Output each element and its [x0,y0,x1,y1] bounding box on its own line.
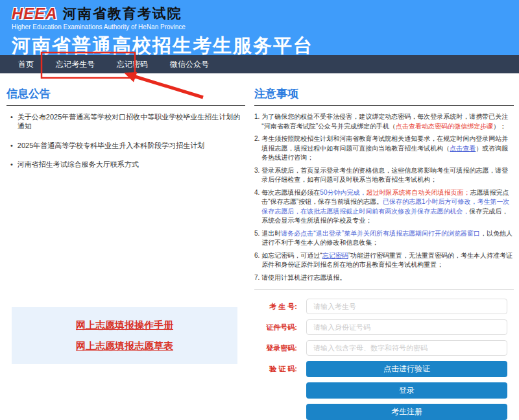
manual-link[interactable]: 网上志愿填报操作手册 [76,319,173,332]
student-id-label: 考 生 号: [254,302,297,312]
login-row: 登录 [254,382,514,399]
note-text-segment: 退出时 [261,230,281,237]
notices-list: •关于公布2025年普通高等学校对口招收中等职业学校毕业生招生计划的通知•202… [6,112,245,169]
password-row: 登录密码: [254,340,514,356]
note-text: 每次志愿填报必须在50分钟内完成，超过时限系统将自动关闭填报页面；志愿填报完点击… [261,188,514,226]
notes-panel: 注意事项 1.为了确保您的权益不受非法侵害，建议绑定动态密码，每次登录系统时，请… [254,86,514,420]
notice-link[interactable]: •2025年普通高等学校专科毕业生升入本科阶段学习招生计划 [6,141,245,150]
notes-list: 1.为了确保您的权益不受非法侵害，建议绑定动态密码，每次登录系统时，请携带已关注… [254,112,514,282]
draft-table-link[interactable]: 网上志愿填报志愿草表 [76,340,173,352]
note-text: 为了确保您的权益不受非法侵害，建议绑定动态密码，每次登录系统时，请携带已关注“河… [261,112,514,131]
note-number: 4. [254,188,260,226]
notice-text: 河南省招生考试综合服务大厅联系方式 [18,160,139,169]
note-text-segment: 如忘记密码，可通过“ [261,252,322,259]
bullet-icon: • [10,141,13,150]
inline-link[interactable]: 点击查看 [450,145,476,152]
note-number: 3. [254,166,260,185]
note-text-segment: 超过时限系统将自动关闭填报页面； [366,189,470,196]
captcha-row: 验 证 码: 点击进行验证 [254,361,514,377]
student-id-input[interactable] [306,299,507,314]
id-number-input[interactable] [306,319,507,335]
password-input[interactable] [306,340,507,356]
note-item-4: 4.每次志愿填报必须在50分钟内完成，超过时限系统将自动关闭填报页面；志愿填报完… [254,188,514,226]
notice-text: 2025年普通高等学校专科毕业生升入本科阶段学习招生计划 [18,141,204,150]
brand-row: HEEA 河南省教育考试院 [12,5,519,23]
heea-logo-icon: HEEA [12,5,58,23]
note-item-1: 1.为了确保您的权益不受非法侵害，建议绑定动态密码，每次登录系统时，请携带已关注… [254,112,514,131]
note-text: 退出时请务必点击“退出登录”菜单并关闭所有填报志愿期间打开的浏览器窗口，以免他人… [261,229,514,248]
note-number: 5. [254,229,260,248]
bullet-icon: • [10,112,13,131]
note-number: 7. [254,273,260,283]
org-name-en: Higher Education Examinations Authority … [12,23,519,31]
note-text: 请使用计算机进行志愿填报。 [261,273,514,283]
note-text: 登录系统后，首页显示登录考生的资格信息，这些信息将影响考生可填报的志愿，请登录后… [261,166,514,185]
header: HEEA 河南省教育考试院 Higher Education Examinati… [0,0,519,55]
note-item-2: 2.考生须按照院校招生计划和河南省教育考试院相关通知要求，在规定时间内登录网站并… [254,134,514,163]
note-number: 6. [254,251,260,270]
login-button[interactable]: 登录 [306,382,507,399]
nav-item-forgot-exam-id[interactable]: 忘记考生号 [56,59,95,70]
notices-panel: 信息公告 •关于公布2025年普通高等学校对口招收中等职业学校毕业生招生计划的通… [6,86,245,420]
note-text: 考生须按照院校招生计划和河南省教育考试院相关通知要求，在规定时间内登录网站并填报… [261,134,514,163]
note-text-segment: 请使用计算机进行志愿填报。 [261,274,346,281]
page: HEEA 河南省教育考试院 Higher Education Examinati… [0,0,519,420]
bullet-icon: • [10,160,13,169]
student-id-row: 考 生 号: [254,299,514,314]
note-text-segment: 每次志愿填报必须在 [261,189,320,196]
note-text-segment: ）； [493,123,506,130]
notes-title: 注意事项 [254,86,514,106]
note-number: 2. [254,134,260,163]
login-form: 考 生 号: 证件号码: 登录密码: 验 证 码: 点击进行验证 登 [254,299,514,420]
notice-link[interactable]: •河南省招生考试综合服务大厅联系方式 [6,160,245,169]
note-text: 如忘记密码，可通过“忘记密码”功能进行密码重置，无法重置密码的，考生本人持准考证… [261,251,514,270]
nav-item-wechat[interactable]: 微信公众号 [170,59,209,70]
nav-item-forgot-password[interactable]: 忘记密码 [117,59,148,70]
nav-item-home[interactable]: 首页 [18,59,34,70]
inline-link[interactable]: 忘记密码 [322,252,348,259]
notices-title: 信息公告 [6,86,245,106]
notice-text: 关于公布2025年普通高等学校对口招收中等职业学校毕业生招生计划的通知 [18,112,245,131]
note-item-6: 6.如忘记密码，可通过“忘记密码”功能进行密码重置，无法重置密码的，考生本人持准… [254,251,514,270]
id-number-label: 证件号码: [254,323,297,332]
note-text-segment: 50分钟内完成， [320,189,366,196]
note-item-3: 3.登录系统后，首页显示登录考生的资格信息，这些信息将影响考生可填报的志愿，请登… [254,166,514,185]
note-number: 1. [254,112,260,131]
note-text-segment: 点击查看动态密码的微信绑定步骤 [396,123,493,130]
note-text-segment: 请务必点击“退出登录”菜单并关闭所有填报志愿期间打开的浏览器窗口 [281,230,480,237]
password-label: 登录密码: [254,343,297,353]
note-text-segment: 登录系统后，首页显示登录考生的资格信息，这些信息将影响考生可填报的志愿，请登录后… [261,167,508,184]
note-item-7: 7.请使用计算机进行志愿填报。 [254,273,514,283]
form-divider [254,289,514,290]
captcha-label: 验 证 码: [254,364,297,374]
captcha-verify-button[interactable]: 点击进行验证 [306,361,507,377]
note-item-5: 5.退出时请务必点击“退出登录”菜单并关闭所有填报志愿期间打开的浏览器窗口，以免… [254,229,514,248]
org-name: 河南省教育考试院 [63,5,182,23]
download-box: 网上志愿填报操作手册 网上志愿填报志愿草表 [12,307,237,364]
id-number-row: 证件号码: [254,319,514,335]
register-row: 考生注册 [254,404,514,420]
notice-link[interactable]: •关于公布2025年普通高等学校对口招收中等职业学校毕业生招生计划的通知 [6,112,245,131]
main-content: 信息公告 •关于公布2025年普通高等学校对口招收中等职业学校毕业生招生计划的通… [0,73,519,420]
register-button[interactable]: 考生注册 [306,404,507,420]
